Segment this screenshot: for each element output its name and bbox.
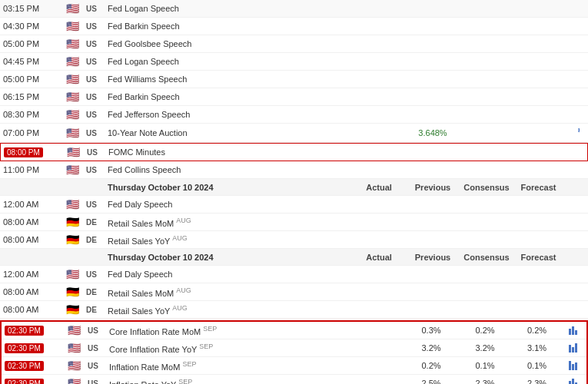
- forecast-cell: 0.1%: [512, 361, 562, 370]
- table-row: 08:00 AM 🇩🇪 DE Retail Sales MoM AUG: [0, 283, 588, 301]
- event-cell: FOMC Minutes: [108, 147, 351, 157]
- flag-cell: 🇺🇸: [58, 91, 86, 103]
- section-previous-header: Previous: [406, 253, 460, 262]
- section-consensus-header: Consensus: [460, 183, 513, 192]
- event-cell: Fed Barkin Speech: [108, 92, 352, 101]
- previous-cell: 3.648%: [406, 128, 460, 137]
- flag-cell: 🇺🇸: [58, 198, 86, 210]
- time-cell: 08:00 AM: [3, 235, 58, 244]
- chart-cell[interactable]: [562, 324, 583, 336]
- event-cell: Fed Logan Speech: [108, 57, 352, 66]
- time-cell: 07:00 PM: [3, 128, 58, 137]
- time-cell: 02:30 PM: [5, 379, 60, 384]
- time-cell: 02:30 PM: [5, 343, 60, 353]
- section-date-label: Thursday October 10 2024: [108, 253, 352, 262]
- flag-cell: 🇺🇸: [60, 377, 88, 384]
- economic-calendar: 03:15 PM 🇺🇸 US Fed Logan Speech 04:30 PM…: [0, 0, 588, 384]
- event-cell: Retail Sales YoY AUG: [108, 304, 352, 316]
- country-cell: US: [86, 270, 108, 279]
- country-cell: US: [86, 93, 108, 101]
- event-cell: Inflation Rate YoY SEP: [109, 378, 350, 384]
- event-cell: 10-Year Note Auction: [108, 128, 352, 137]
- country-cell: DE: [86, 236, 108, 244]
- time-cell: 04:30 PM: [3, 22, 58, 31]
- flag-cell: 🇩🇪: [58, 286, 86, 298]
- section-forecast-header: Forecast: [513, 253, 563, 262]
- event-cell: Fed Daly Speech: [108, 270, 352, 279]
- country-cell: US: [88, 362, 109, 370]
- table-row: 05:00 PM 🇺🇸 US Fed Williams Speech: [0, 71, 588, 88]
- table-row: 12:00 AM 🇺🇸 US Fed Daly Speech: [0, 196, 588, 214]
- chart-cell: [563, 126, 585, 140]
- section-date-label: Thursday October 10 2024: [108, 183, 352, 192]
- table-row: 03:15 PM 🇺🇸 US Fed Logan Speech: [0, 0, 588, 18]
- event-cell: Core Inflation Rate MoM SEP: [109, 325, 350, 336]
- consensus-cell: 0.1%: [458, 361, 512, 370]
- chart-cell[interactable]: [562, 342, 583, 354]
- flag-cell: 🇺🇸: [58, 73, 86, 85]
- chart-cell[interactable]: [562, 377, 583, 384]
- time-cell: 08:00 AM: [3, 217, 58, 227]
- table-row: 12:00 AM 🇺🇸 US Fed Daly Speech: [0, 266, 588, 283]
- country-cell: DE: [86, 306, 108, 314]
- event-cell: Fed Goolsbee Speech: [108, 39, 352, 48]
- flag-cell: 🇺🇸: [58, 164, 86, 176]
- section-actual-header: Actual: [352, 253, 406, 262]
- highlighted-group: 02:30 PM 🇺🇸 US Core Inflation Rate MoM S…: [0, 320, 588, 384]
- country-cell: US: [87, 148, 108, 157]
- section-previous-header: Previous: [406, 183, 460, 192]
- event-cell: Fed Williams Speech: [108, 74, 352, 84]
- table-row-fomc: 08:00 PM 🇺🇸 US FOMC Minutes: [0, 143, 588, 161]
- event-cell: Fed Barkin Speech: [108, 22, 352, 31]
- table-row-inflation-yoy: 02:30 PM 🇺🇸 US Inflation Rate YoY SEP 2.…: [2, 375, 586, 384]
- time-cell: 05:00 PM: [3, 74, 58, 84]
- time-cell: 03:15 PM: [3, 4, 58, 13]
- event-cell: Core Inflation Rate YoY SEP: [109, 343, 350, 354]
- country-cell: US: [86, 5, 108, 13]
- event-cell: Retail Sales MoM AUG: [108, 286, 352, 298]
- event-cell: Retail Sales YoY AUG: [108, 234, 352, 246]
- country-cell: DE: [86, 218, 108, 227]
- flag-cell: 🇺🇸: [60, 324, 88, 336]
- country-cell: US: [86, 75, 108, 84]
- flag-cell: 🇩🇪: [58, 233, 86, 246]
- flag-cell: 🇺🇸: [58, 38, 86, 50]
- table-row: 08:00 AM 🇩🇪 DE Retail Sales YoY AUG: [0, 231, 588, 249]
- flag-cell: 🇺🇸: [58, 55, 86, 68]
- forecast-cell: 2.3%: [512, 379, 562, 384]
- flag-cell: 🇺🇸: [58, 127, 86, 139]
- flag-cell: 🇩🇪: [58, 216, 86, 228]
- flag-cell: 🇺🇸: [58, 268, 86, 280]
- forecast-cell: 0.2%: [512, 326, 562, 335]
- section-actual-header: Actual: [352, 183, 406, 192]
- time-cell: 12:00 AM: [3, 270, 58, 279]
- section-header-2: Thursday October 10 2024 Actual Previous…: [0, 249, 588, 266]
- table-row: 08:00 AM 🇩🇪 DE Retail Sales MoM AUG: [0, 214, 588, 231]
- time-cell: 08:00 AM: [3, 305, 58, 314]
- chart-cell[interactable]: [562, 359, 583, 372]
- previous-cell: 0.2%: [404, 361, 458, 370]
- table-row-inflation-mom: 02:30 PM 🇺🇸 US Inflation Rate MoM SEP 0.…: [2, 357, 586, 375]
- table-row-cpi2: 02:30 PM 🇺🇸 US Core Inflation Rate YoY S…: [2, 339, 586, 357]
- flag-cell: 🇺🇸: [60, 359, 88, 372]
- flag-cell: 🇺🇸: [60, 342, 88, 354]
- flag-cell: 🇩🇪: [58, 303, 86, 316]
- time-cell: 02:30 PM: [5, 361, 60, 370]
- country-cell: DE: [86, 288, 108, 296]
- table-row: 11:00 PM 🇺🇸 US Fed Collins Speech: [0, 161, 588, 179]
- section-forecast-header: Forecast: [513, 183, 563, 192]
- time-cell: 05:00 PM: [3, 39, 58, 48]
- country-cell: US: [88, 326, 109, 335]
- table-row: 04:45 PM 🇺🇸 US Fed Logan Speech: [0, 53, 588, 71]
- event-cell: Retail Sales MoM AUG: [108, 217, 352, 228]
- time-cell: 08:00 PM: [4, 147, 59, 157]
- consensus-cell: 0.2%: [458, 326, 512, 335]
- flag-cell: 🇺🇸: [58, 108, 86, 121]
- table-row: 05:00 PM 🇺🇸 US Fed Goolsbee Speech: [0, 35, 588, 53]
- table-row: 07:00 PM 🇺🇸 US 10-Year Note Auction 3.64…: [0, 124, 588, 143]
- flag-cell: 🇺🇸: [58, 20, 86, 32]
- time-cell: 04:45 PM: [3, 57, 58, 66]
- country-cell: US: [86, 22, 108, 31]
- consensus-cell: 2.3%: [458, 379, 512, 384]
- table-row-cpi1: 02:30 PM 🇺🇸 US Core Inflation Rate MoM S…: [2, 322, 586, 339]
